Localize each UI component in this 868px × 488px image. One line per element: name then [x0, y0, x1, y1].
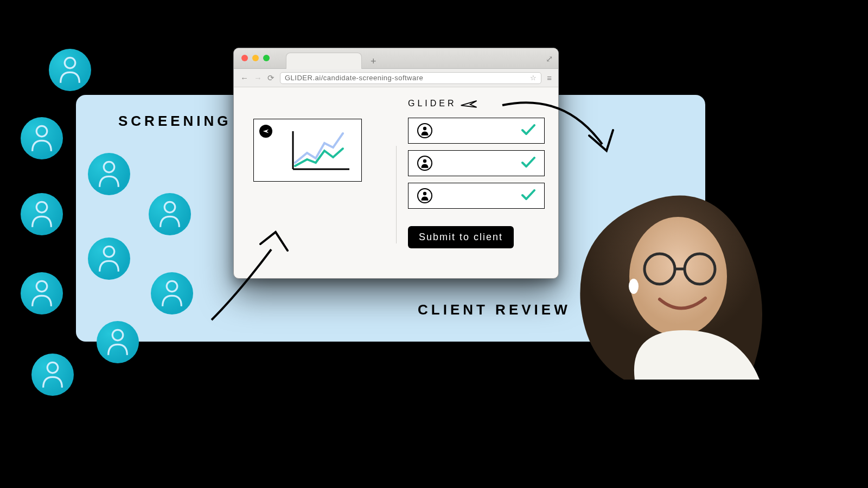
browser-window: + ⤢ ← → ⟳ GLIDER.ai/candidate-screening-… — [233, 48, 559, 279]
candidate-icon — [97, 321, 139, 363]
browser-titlebar: + ⤢ — [234, 48, 558, 69]
svg-point-1 — [36, 126, 47, 137]
candidate-icon — [88, 153, 130, 195]
check-icon — [521, 124, 535, 137]
check-icon — [521, 189, 535, 202]
browser-toolbar: ← → ⟳ GLIDER.ai/candidate-screening-soft… — [234, 69, 558, 87]
brand-logo: GLIDER — [408, 98, 478, 109]
back-icon[interactable]: ← — [240, 73, 248, 82]
forward-icon[interactable]: → — [254, 73, 262, 82]
candidate-row[interactable] — [408, 150, 545, 176]
svg-point-6 — [164, 202, 175, 213]
glider-chip-icon — [259, 125, 272, 138]
svg-point-2 — [36, 202, 47, 213]
candidate-icon — [21, 272, 63, 314]
client-photo — [542, 163, 781, 380]
trend-chart-icon — [289, 127, 354, 174]
candidate-icon — [88, 237, 130, 280]
candidate-icon — [31, 354, 74, 396]
pane-divider — [396, 146, 397, 243]
svg-point-5 — [104, 162, 114, 172]
submit-to-client-button[interactable]: Submit to client — [408, 226, 514, 248]
svg-point-12 — [423, 192, 426, 195]
svg-point-3 — [36, 281, 47, 292]
right-pane: GLIDER Sub — [396, 87, 558, 278]
candidate-row[interactable] — [408, 183, 545, 209]
svg-point-0 — [65, 57, 75, 68]
candidate-icon — [149, 193, 191, 235]
svg-point-7 — [104, 246, 114, 257]
candidate-row[interactable] — [408, 118, 545, 144]
svg-point-4 — [47, 362, 58, 373]
person-icon — [417, 156, 432, 171]
close-icon[interactable] — [241, 55, 248, 61]
check-icon — [521, 157, 535, 170]
url-bar[interactable]: GLIDER.ai/candidate-screening-software ☆ — [280, 72, 541, 84]
candidate-icon — [21, 117, 63, 159]
browser-tab[interactable] — [286, 53, 362, 69]
url-text: GLIDER.ai/candidate-screening-software — [285, 74, 423, 82]
svg-point-8 — [167, 281, 177, 292]
candidate-icon — [49, 49, 91, 91]
svg-point-17 — [629, 279, 639, 294]
svg-point-10 — [423, 127, 426, 130]
expand-icon[interactable]: ⤢ — [546, 54, 553, 64]
brand-text: GLIDER — [408, 99, 457, 108]
candidate-icon — [21, 193, 63, 235]
traffic-lights — [241, 55, 270, 61]
reload-icon[interactable]: ⟳ — [267, 73, 275, 83]
candidate-rows — [408, 118, 545, 209]
maximize-icon[interactable] — [263, 55, 270, 61]
svg-point-9 — [112, 330, 123, 341]
left-pane — [234, 87, 396, 278]
person-icon — [417, 123, 432, 138]
minimize-icon[interactable] — [252, 55, 259, 61]
glider-plane-icon — [460, 98, 478, 109]
chart-card — [253, 119, 362, 182]
browser-content: GLIDER Sub — [234, 87, 558, 278]
hamburger-icon[interactable]: ≡ — [547, 73, 552, 82]
screening-heading: SCREENING — [118, 113, 232, 130]
person-icon — [417, 188, 432, 203]
candidate-icon — [151, 272, 193, 314]
svg-point-11 — [423, 159, 426, 163]
new-tab-icon[interactable]: + — [371, 56, 376, 67]
stage: SCREENING CLIENT REVIEW + ⤢ ← → ⟳ GLIDER… — [0, 0, 868, 488]
star-icon[interactable]: ☆ — [530, 74, 537, 82]
